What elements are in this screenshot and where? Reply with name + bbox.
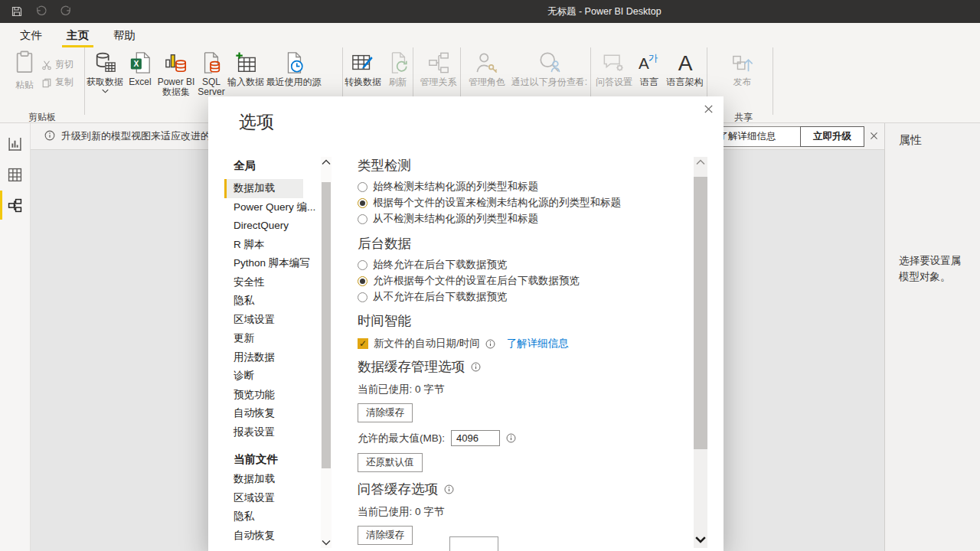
- sidebar-item[interactable]: 安全性: [224, 273, 303, 292]
- radio-option-label: 始终允许在后台下载数据预览: [373, 258, 508, 272]
- sidebar-item-label: 隐私: [234, 510, 254, 522]
- sidebar-item[interactable]: 区域设置: [224, 489, 303, 508]
- view-nav-item[interactable]: [0, 159, 30, 190]
- info-icon: [471, 362, 481, 372]
- properties-hint-line2: 模型对象。: [899, 271, 951, 282]
- checkbox-checked-icon[interactable]: [358, 338, 368, 349]
- radio-option-label: 从不允许在后台下载数据预览: [373, 290, 508, 304]
- paste-button[interactable]: 粘贴: [8, 51, 41, 90]
- menu-item[interactable]: 文件: [11, 23, 51, 47]
- content-scrollbar[interactable]: [694, 157, 707, 548]
- view-nav-item[interactable]: [0, 190, 30, 220]
- sidebar-item[interactable]: 报表设置: [224, 423, 303, 442]
- scrollbar-thumb[interactable]: [322, 182, 331, 468]
- redo-icon[interactable]: [60, 5, 72, 18]
- sidebar-item[interactable]: 自动恢复: [224, 404, 303, 423]
- section-type-detection: 类型检测 始终检测未结构化源的列类型和标题 根据每个文件的设置来检测未结构化源的…: [358, 156, 621, 224]
- sidebar-item[interactable]: Power Query 编...: [224, 198, 303, 217]
- section-title: 时间智能: [358, 311, 569, 330]
- type-detection-options: 始终检测未结构化源的列类型和标题 根据每个文件的设置来检测未结构化源的列类型和标…: [358, 181, 621, 224]
- section-time-intelligence: 时间智能 新文件的自动日期/时间 了解详细信息: [358, 311, 569, 350]
- ribbon-button[interactable]: X Excel: [125, 47, 155, 115]
- sidebar-item[interactable]: 用法数据: [224, 348, 303, 367]
- sidebar-item[interactable]: 隐私: [224, 292, 303, 311]
- undo-icon[interactable]: [35, 5, 47, 18]
- upgrade-now-button[interactable]: 立即升级: [800, 126, 864, 147]
- report-view-icon: [8, 137, 22, 152]
- section-title: 数据缓存管理选项: [358, 357, 465, 376]
- section-title: 问答缓存选项: [358, 480, 438, 498]
- view-navigation: [0, 122, 31, 551]
- radio-option[interactable]: 从不允许在后台下载数据预览: [358, 292, 580, 302]
- close-icon[interactable]: [869, 131, 879, 141]
- ribbon-button[interactable]: 发布: [727, 47, 773, 115]
- radio-icon: [358, 276, 368, 286]
- menubar: 文件主页帮助: [0, 23, 980, 47]
- sidebar-item[interactable]: DirectQuery: [224, 217, 303, 236]
- ribbon-button-label: Excel: [129, 77, 151, 87]
- svg-text:가: 가: [648, 53, 658, 64]
- sidebar-item-label: 更新: [234, 332, 254, 344]
- cut-button[interactable]: 剪切: [41, 58, 74, 71]
- cache-usage-text: 当前已使用: 0 字节: [358, 383, 516, 396]
- restore-default-button[interactable]: 还原默认值: [358, 453, 423, 472]
- chevron-down-icon[interactable]: [695, 536, 706, 543]
- sidebar-item[interactable]: 区域设置: [224, 311, 303, 330]
- save-icon[interactable]: [11, 5, 23, 18]
- svg-text:A: A: [639, 54, 649, 72]
- sidebar-item[interactable]: 数据加载: [224, 179, 303, 198]
- max-cache-input[interactable]: [451, 430, 500, 446]
- radio-option-label: 始终检测未结构化源的列类型和标题: [373, 180, 538, 194]
- sidebar-item-label: 数据加载: [234, 473, 275, 484]
- menu-item[interactable]: 主页: [57, 23, 98, 47]
- section-title: 后台数据: [358, 234, 580, 253]
- sidebar-item[interactable]: Python 脚本编写: [224, 254, 303, 273]
- radio-option[interactable]: 允许根据每个文件的设置在后台下载数据预览: [358, 276, 580, 286]
- copy-label: 复制: [55, 76, 74, 89]
- ribbon-button-label: 问答设置: [596, 77, 632, 87]
- radio-option[interactable]: 从不检测未结构化源的列类型和标题: [358, 214, 621, 224]
- data-view-icon: [8, 168, 22, 182]
- sidebar-item[interactable]: 预览功能: [224, 386, 303, 405]
- qa-max-input-partial[interactable]: [449, 536, 498, 551]
- chevron-up-icon[interactable]: [322, 159, 331, 165]
- chevron-up-icon[interactable]: [696, 159, 705, 165]
- dialog-content: 类型检测 始终检测未结构化源的列类型和标题 根据每个文件的设置来检测未结构化源的…: [358, 150, 694, 551]
- sidebar-item[interactable]: 更新: [224, 329, 303, 348]
- ribbon-button-label: 语言: [640, 77, 658, 87]
- copy-button[interactable]: 复制: [41, 76, 74, 89]
- clipboard-icon: [13, 51, 36, 73]
- view-nav-item[interactable]: [0, 129, 30, 159]
- clear-cache-button[interactable]: 清除缓存: [358, 526, 413, 545]
- clear-cache-button[interactable]: 清除缓存: [358, 403, 413, 422]
- sidebar-item-label: DirectQuery: [234, 220, 289, 231]
- pbi-dataset-icon: [165, 51, 188, 74]
- linguistic-schema-icon: A: [674, 51, 697, 74]
- scrollbar-thumb[interactable]: [694, 177, 707, 449]
- ribbon-button[interactable]: 获取数据: [85, 47, 125, 115]
- chevron-down-icon: [102, 89, 109, 93]
- sidebar-item[interactable]: 诊断: [224, 367, 303, 386]
- view-as-icon: [538, 51, 561, 74]
- chevron-down-icon[interactable]: [322, 540, 331, 546]
- dialog-sidebar: 全局 数据加载Power Query 编...DirectQueryR 脚本Py…: [224, 154, 321, 545]
- radio-icon: [358, 292, 368, 302]
- ribbon-button-label: Power BI 数据集: [158, 77, 195, 97]
- sidebar-item-label: R 脚本: [234, 239, 265, 250]
- sidebar-scrollbar[interactable]: [321, 157, 332, 548]
- cache-usage-text: 当前已使用: 0 字节: [358, 505, 454, 519]
- radio-option[interactable]: 始终允许在后台下载数据预览: [358, 259, 580, 270]
- ribbon-button-label: 管理关系: [420, 77, 457, 87]
- menu-item[interactable]: 帮助: [104, 23, 145, 47]
- section-data-cache: 数据缓存管理选项 当前已使用: 0 字节 清除缓存 允许的最大值(MB): 还原…: [358, 357, 516, 472]
- sidebar-item[interactable]: 自动恢复: [224, 527, 303, 546]
- sidebar-item[interactable]: R 脚本: [224, 236, 303, 255]
- ribbon-button-label: 刷新: [389, 77, 407, 87]
- sidebar-item[interactable]: 数据加载: [224, 470, 303, 489]
- radio-option[interactable]: 根据每个文件的设置来检测未结构化源的列类型和标题: [358, 197, 621, 208]
- close-icon[interactable]: [703, 103, 714, 115]
- radio-option[interactable]: 始终检测未结构化源的列类型和标题: [358, 181, 621, 192]
- ribbon-button[interactable]: Power BI 数据集: [155, 47, 197, 115]
- learn-more-link[interactable]: 了解详细信息: [507, 337, 569, 350]
- sidebar-item[interactable]: 隐私: [224, 507, 303, 527]
